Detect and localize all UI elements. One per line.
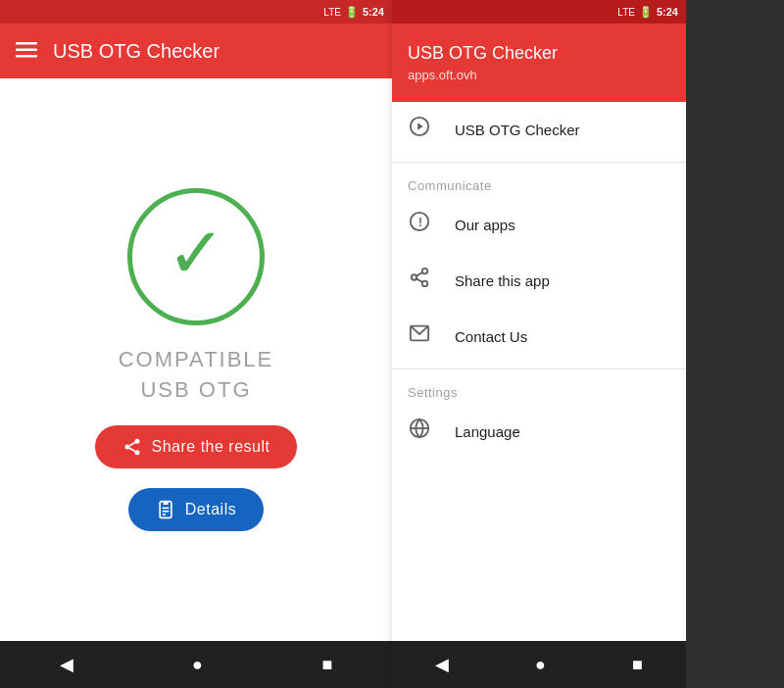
left-panel: LTE 🔋 5:24 USB OTG Checker ✓ COMPATIBLE … xyxy=(0,0,392,688)
drawer-item-usb-otg-checker[interactable]: USB OTG Checker xyxy=(392,102,686,158)
svg-point-4 xyxy=(124,444,129,449)
drawer-header: USB OTG Checker apps.oft.ovh xyxy=(392,24,686,102)
svg-marker-13 xyxy=(417,123,423,129)
hamburger-icon[interactable] xyxy=(16,40,37,63)
svg-rect-0 xyxy=(16,42,37,45)
bottom-nav-left: ◀ ● ■ xyxy=(0,641,392,688)
globe-icon xyxy=(408,418,431,445)
share-app-icon xyxy=(408,267,431,294)
battery-icon-right: 🔋 xyxy=(639,6,653,19)
bottom-nav-right: ◀ ● ■ xyxy=(392,641,686,688)
svg-point-16 xyxy=(422,269,428,274)
drawer-item-our-apps[interactable]: ! Our apps xyxy=(392,197,686,253)
drawer-item-label-contact: Contact Us xyxy=(455,328,527,345)
status-bar-drawer: LTE 🔋 5:24 xyxy=(392,0,686,24)
toolbar-left: USB OTG Checker xyxy=(0,24,392,78)
back-button-left[interactable]: ◀ xyxy=(60,654,74,675)
drawer-body: USB OTG Checker Communicate ! Our apps xyxy=(392,102,686,641)
svg-line-19 xyxy=(416,278,422,282)
svg-line-7 xyxy=(129,442,135,445)
drawer-item-label-our-apps: Our apps xyxy=(455,217,515,233)
share-result-label: Share the result xyxy=(152,438,270,456)
back-button-right[interactable]: ◀ xyxy=(435,654,449,675)
status-line2: USB OTG xyxy=(119,375,274,406)
signal-icon-left: LTE xyxy=(323,7,341,18)
details-label: Details xyxy=(185,501,236,518)
drawer-overlay[interactable] xyxy=(686,0,784,688)
section-settings: Settings xyxy=(392,373,686,404)
status-text: COMPATIBLE USB OTG xyxy=(119,345,274,406)
drawer-subtitle: apps.oft.ovh xyxy=(408,68,670,82)
svg-point-18 xyxy=(422,281,428,287)
status-line1: COMPATIBLE xyxy=(119,345,274,375)
svg-point-5 xyxy=(134,450,139,455)
home-button-left[interactable]: ● xyxy=(192,655,203,675)
time-left: 5:24 xyxy=(363,6,384,18)
time-right: 5:24 xyxy=(657,6,678,18)
drawer-item-label-share-app: Share this app xyxy=(455,272,550,289)
svg-point-3 xyxy=(134,438,139,443)
recents-button-right[interactable]: ■ xyxy=(632,655,643,675)
main-content: ✓ COMPATIBLE USB OTG Share the result xyxy=(0,78,392,641)
play-circle-icon xyxy=(408,116,431,143)
divider-2 xyxy=(392,369,686,369)
share-icon xyxy=(122,437,142,457)
divider-1 xyxy=(392,162,686,163)
drawer-item-contact-us[interactable]: Contact Us xyxy=(392,309,686,365)
right-panel: LTE 🔋 5:24 USB OTG Checker apps.oft.ovh … xyxy=(392,0,784,688)
check-mark-icon: ✓ xyxy=(167,218,225,288)
svg-line-20 xyxy=(416,272,422,276)
drawer-item-share-app[interactable]: Share this app xyxy=(392,253,686,309)
svg-text:!: ! xyxy=(418,216,422,229)
details-button[interactable]: Details xyxy=(128,488,264,531)
section-communicate: Communicate xyxy=(392,167,686,197)
check-circle: ✓ xyxy=(127,188,265,325)
svg-rect-1 xyxy=(16,48,37,51)
svg-point-17 xyxy=(412,274,417,280)
drawer-item-language[interactable]: Language xyxy=(392,404,686,460)
home-button-right[interactable]: ● xyxy=(535,655,546,675)
envelope-icon xyxy=(408,322,431,350)
recents-button-left[interactable]: ■ xyxy=(321,655,332,675)
toolbar-title-left: USB OTG Checker xyxy=(53,40,220,63)
svg-rect-2 xyxy=(16,55,37,58)
drawer-item-label-usb-otg: USB OTG Checker xyxy=(455,122,580,138)
svg-line-6 xyxy=(129,448,135,451)
drawer-title: USB OTG Checker xyxy=(408,43,670,64)
clipboard-icon xyxy=(156,500,175,519)
battery-icon-left: 🔋 xyxy=(345,6,359,19)
navigation-drawer: LTE 🔋 5:24 USB OTG Checker apps.oft.ovh … xyxy=(392,0,686,688)
status-bar-left: LTE 🔋 5:24 xyxy=(0,0,392,24)
share-result-button[interactable]: Share the result xyxy=(95,425,298,468)
drawer-item-label-language: Language xyxy=(455,423,520,440)
exclamation-icon: ! xyxy=(408,211,431,238)
signal-icon-right: LTE xyxy=(617,7,635,18)
